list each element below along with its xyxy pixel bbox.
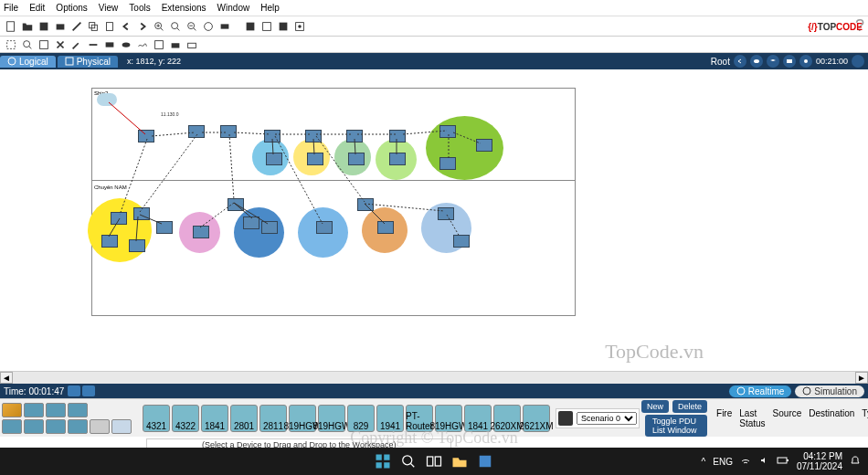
menu-extensions[interactable]: Extensions <box>162 3 206 13</box>
lang-indicator[interactable]: ENG <box>713 457 733 467</box>
pdu-col[interactable]: Fire <box>716 408 732 428</box>
switch-node-9[interactable] <box>228 198 244 211</box>
laptop-node-2[interactable] <box>156 221 173 234</box>
menu-options[interactable]: Options <box>56 3 87 13</box>
menu-edit[interactable]: Edit <box>29 3 45 13</box>
phone-node-1[interactable] <box>439 125 456 138</box>
panel1-icon[interactable] <box>243 19 258 34</box>
cloud-icon[interactable] <box>750 55 763 68</box>
subcat-wireless[interactable] <box>68 419 88 434</box>
zoom-reset-icon[interactable] <box>168 19 183 34</box>
cat-components[interactable] <box>46 403 66 417</box>
subcat-routers[interactable] <box>2 419 22 434</box>
pdu-col[interactable]: Type <box>862 408 868 428</box>
subcat-security[interactable] <box>90 419 110 434</box>
wifi-icon[interactable] <box>740 455 751 468</box>
pc-node-1[interactable] <box>266 153 282 165</box>
power-cycle-icon[interactable] <box>68 385 80 396</box>
device-model[interactable]: 819HGW <box>435 405 462 432</box>
pdu-col[interactable]: Destination <box>809 408 854 428</box>
device-model[interactable]: 2620XM <box>493 405 521 432</box>
pdu-complex-icon[interactable] <box>185 37 199 52</box>
logical-tab[interactable]: Logical <box>0 56 56 68</box>
nav-back-icon[interactable] <box>734 55 746 68</box>
toggle-pdu-button[interactable]: Toggle PDU List Window <box>645 415 707 437</box>
pdu-simple-icon[interactable] <box>168 37 183 52</box>
undo-icon[interactable] <box>119 19 133 34</box>
resize-icon[interactable] <box>152 37 166 52</box>
print-icon[interactable] <box>53 19 68 34</box>
subcat-switches[interactable] <box>24 419 44 434</box>
router-node[interactable] <box>138 130 154 142</box>
root-label[interactable]: Root <box>711 57 730 67</box>
menu-view[interactable]: View <box>99 3 119 13</box>
pc-node-6[interactable] <box>243 216 259 229</box>
device-model[interactable]: 4321 <box>143 405 170 432</box>
switch-node-2[interactable] <box>220 125 237 138</box>
paste-icon[interactable] <box>102 19 117 34</box>
device-model[interactable]: 819HGW <box>318 405 345 432</box>
pc-node-10[interactable] <box>453 235 470 248</box>
device-model[interactable]: 2621XM <box>523 405 550 432</box>
device-model[interactable]: 1941 <box>376 405 404 432</box>
realtime-button[interactable]: Realtime <box>729 385 791 397</box>
server-node-2[interactable] <box>129 239 145 252</box>
device-model[interactable]: 1841 <box>201 405 228 432</box>
tray-chevron-icon[interactable]: ^ <box>702 457 706 467</box>
zoom-out-icon[interactable] <box>185 19 199 34</box>
scroll-right-icon[interactable]: ► <box>855 372 868 384</box>
volume-icon[interactable] <box>758 455 769 468</box>
new-file-icon[interactable] <box>4 19 18 34</box>
switch-node-6[interactable] <box>389 130 406 142</box>
delete-scenario-button[interactable]: Delete <box>672 400 707 413</box>
pc-node-5[interactable] <box>193 226 209 238</box>
phone-node-3[interactable] <box>438 207 454 220</box>
open-folder-icon[interactable] <box>20 19 35 34</box>
panel3-icon[interactable] <box>276 19 291 34</box>
note-icon[interactable] <box>37 37 51 52</box>
pc-node-4[interactable] <box>389 153 406 165</box>
menu-file[interactable]: File <box>4 3 18 13</box>
cloud-node[interactable] <box>97 93 117 106</box>
new-scenario-button[interactable]: New <box>641 400 669 413</box>
view-icon[interactable] <box>783 55 796 68</box>
scenario-select[interactable]: Scenario 0 <box>577 412 637 425</box>
device-model[interactable]: 2801 <box>230 405 258 432</box>
start-icon[interactable] <box>374 452 392 470</box>
menu-help[interactable]: Help <box>260 3 280 13</box>
layers-icon[interactable] <box>767 55 779 68</box>
pc-node-2[interactable] <box>307 153 323 165</box>
pdu-col[interactable]: Last Status <box>739 408 765 428</box>
delete-icon[interactable] <box>53 37 68 52</box>
redo-icon[interactable] <box>135 19 150 34</box>
scenario-icon[interactable] <box>558 411 573 426</box>
pc-node-3[interactable] <box>348 153 365 165</box>
select-icon[interactable] <box>4 37 18 52</box>
wizard-icon[interactable] <box>69 19 84 34</box>
custom-devices-icon[interactable] <box>217 19 232 34</box>
switch-node-5[interactable] <box>346 130 363 142</box>
pc-node-9[interactable] <box>377 221 394 234</box>
phone-node-2[interactable] <box>476 139 492 152</box>
zoom-in-icon[interactable] <box>152 19 166 34</box>
pc-node-7[interactable] <box>261 221 278 234</box>
inspect-icon[interactable] <box>69 37 84 52</box>
subcat-hubs[interactable] <box>46 419 66 434</box>
clock-time[interactable]: 04:12 PM <box>797 451 842 461</box>
switch-node-3[interactable] <box>264 130 281 142</box>
laptop-node-1[interactable] <box>439 157 456 170</box>
menu-window[interactable]: Window <box>217 3 250 13</box>
workspace-canvas[interactable]: Ship2 Chuyên NAM <box>0 69 868 371</box>
subcat-wan[interactable] <box>111 419 132 434</box>
switch-node-8[interactable] <box>133 207 150 220</box>
pc-node-8[interactable] <box>316 221 333 234</box>
lock-icon[interactable] <box>852 55 864 68</box>
fast-forward-icon[interactable] <box>82 385 95 396</box>
explorer-icon[interactable] <box>450 452 469 470</box>
palette-icon[interactable] <box>201 19 216 34</box>
device-model[interactable]: 1841 <box>464 405 492 432</box>
menu-tools[interactable]: Tools <box>129 3 150 13</box>
pdu-col[interactable]: Source <box>773 408 802 428</box>
switch-node-7[interactable] <box>111 212 127 225</box>
device-model[interactable]: 829 <box>347 405 375 432</box>
